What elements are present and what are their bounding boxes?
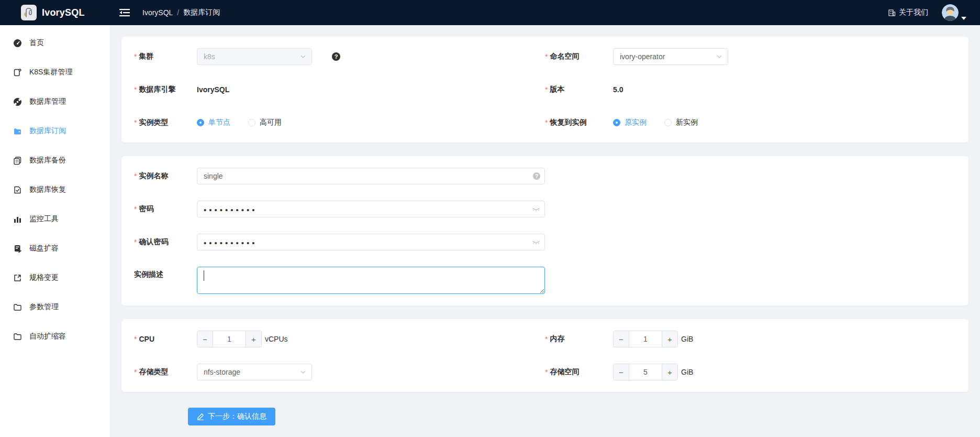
storage-size-label: * 存储空间 [545,367,613,377]
storage-class-select[interactable]: nfs-storage [197,364,312,380]
sidebar-collapse-icon[interactable] [119,8,130,17]
sidebar-item-label: 磁盘扩容 [29,244,59,253]
text-cursor [204,270,204,281]
memory-stepper: − 1 + [613,331,678,347]
password-label: * 密码 [134,204,197,214]
sidebar-item-label: 数据库备份 [29,156,66,165]
chevron-down-icon [300,53,306,60]
card-resources: * CPU − 1 + vCPUs * 内存 − 1 + [121,319,968,392]
plus-icon[interactable]: + [662,364,677,380]
about-us-label: 关于我们 [899,8,928,17]
name-help-icon[interactable]: ? [533,172,540,180]
storage-size-stepper: − 5 + [613,364,678,380]
confirm-password-field [197,234,545,250]
radio-icon [197,119,204,126]
restore-to-radio-group: 原实例 新实例 [613,118,716,127]
sidebar-item-database-manage[interactable]: 数据库管理 [0,87,110,116]
description-field [197,267,545,296]
radio-icon [613,119,620,126]
version-label: * 版本 [545,85,613,94]
instance-type-radio-group: 单节点 高可用 [197,118,299,127]
sidebar-item-database-restore[interactable]: 数据库恢复 [0,175,110,204]
password-field [197,201,545,217]
sidebar-item-monitor-tools[interactable]: 监控工具 [0,204,110,234]
monitor-tools-icon [13,214,22,224]
sidebar-item-home[interactable]: 首页 [0,28,110,58]
sidebar-item-disk-expand[interactable]: 磁盘扩容 [0,234,110,263]
sidebar-item-database-backup[interactable]: 数据库备份 [0,146,110,175]
database-backup-icon [13,156,22,165]
plus-icon[interactable]: + [246,331,261,347]
chevron-down-icon [716,53,722,60]
memory-label: * 内存 [545,334,613,344]
next-step-label: 下一步：确认信息 [208,412,266,421]
description-label: 实例描述 [134,270,197,279]
cluster-help-icon[interactable]: ? [332,52,340,61]
sidebar-item-parameter-manage[interactable]: 参数管理 [0,292,110,322]
breadcrumb-item-root[interactable]: IvorySQL [142,8,173,17]
sidebar-item-label: 数据库订阅 [29,126,66,136]
restore-to-label: * 恢复到实例 [545,118,613,127]
sidebar-item-label: 自动扩缩容 [29,332,66,341]
plus-icon[interactable]: + [662,331,677,347]
memory-unit: GiB [681,335,693,343]
sidebar-item-label: 数据库恢复 [29,185,66,194]
engine-value: IvorySQL [197,85,229,94]
radio-single-node[interactable]: 单节点 [197,118,230,127]
instance-name-label: * 实例名称 [134,171,197,181]
storage-class-label: * 存储类型 [134,367,197,377]
instance-name-input[interactable] [197,168,545,184]
radio-new-instance[interactable]: 新实例 [664,118,698,127]
folder-icon [13,332,22,341]
minus-icon[interactable]: − [614,331,629,347]
sidebar-item-label: K8S集群管理 [29,68,72,77]
card-cluster-settings: * 集群 k8s ? * 命名空间 ivory-operator [121,37,968,143]
main-content: * 集群 k8s ? * 命名空间 ivory-operator [110,25,980,437]
cpu-value[interactable]: 1 [213,335,246,343]
cluster-select[interactable]: k8s [197,48,312,65]
instance-name-field: ? [197,168,545,184]
k8s-cluster-icon [13,68,22,77]
engine-label: * 数据库引擎 [134,85,197,94]
sidebar-item-database-subscription[interactable]: 数据库订阅 [0,116,110,146]
eye-closed-icon[interactable] [532,205,540,213]
confirm-password-input[interactable] [197,234,545,250]
version-value: 5.0 [613,85,623,94]
breadcrumb-separator: / [177,8,179,17]
radio-original-instance[interactable]: 原实例 [613,118,647,127]
sidebar-item-label: 参数管理 [29,302,59,312]
next-step-button[interactable]: 下一步：确认信息 [188,408,275,425]
card-instance-info: * 实例名称 ? * 密码 * 确认密码 [121,156,968,305]
breadcrumb-item-current: 数据库订阅 [183,8,220,17]
sidebar-item-k8s-cluster[interactable]: K8S集群管理 [0,58,110,87]
user-menu[interactable] [942,4,966,21]
avatar [942,4,959,21]
storage-size-value[interactable]: 5 [629,368,662,376]
database-subscription-icon [13,126,22,136]
sidebar-item-spec-change[interactable]: 规格变更 [0,263,110,292]
top-navbar: IvorySQL IvorySQL / 数据库订阅 关于我们 [0,0,980,25]
ivorysql-logo-icon [21,5,37,20]
namespace-select[interactable]: ivory-operator [613,48,728,65]
database-restore-icon [13,185,22,194]
about-us-link[interactable]: 关于我们 [888,8,928,17]
cluster-label: * 集群 [134,52,197,61]
minus-icon[interactable]: − [614,364,629,380]
cpu-unit: vCPUs [265,335,288,343]
sidebar-item-label: 首页 [29,38,44,48]
eye-closed-icon[interactable] [532,238,540,246]
sidebar-item-label: 规格变更 [29,273,59,282]
folder-icon [13,302,22,312]
minus-icon[interactable]: − [197,331,213,347]
edit-icon [197,413,204,420]
password-input[interactable] [197,201,545,217]
description-textarea[interactable] [197,267,545,294]
brand-title: IvorySQL [42,7,85,18]
sidebar-item-auto-scale[interactable]: 自动扩缩容 [0,322,110,351]
storage-size-unit: GiB [681,368,693,376]
radio-high-availability[interactable]: 高可用 [248,118,282,127]
instance-type-label: * 实例类型 [134,118,197,127]
database-manage-icon [13,97,22,106]
brand[interactable]: IvorySQL [0,5,110,20]
memory-value[interactable]: 1 [629,335,662,343]
